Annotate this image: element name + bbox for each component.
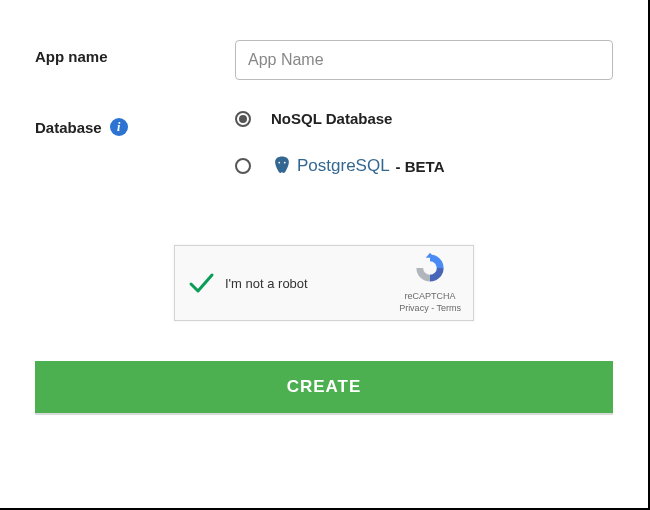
recaptcha-logo-icon bbox=[413, 251, 447, 285]
create-button[interactable]: CREATE bbox=[35, 361, 613, 413]
app-name-input[interactable] bbox=[235, 40, 613, 80]
database-option-nosql[interactable]: NoSQL Database bbox=[235, 110, 613, 127]
database-label: Database bbox=[35, 119, 102, 136]
radio-icon-selected bbox=[235, 111, 251, 127]
database-option-postgres[interactable]: PostgreSQL - BETA bbox=[235, 155, 613, 177]
recaptcha-terms-link[interactable]: Terms bbox=[437, 303, 462, 313]
svg-point-1 bbox=[284, 162, 286, 164]
recaptcha-brand: reCAPTCHA bbox=[399, 291, 461, 303]
app-name-row: App name bbox=[35, 40, 613, 80]
create-app-form: App name Database i NoSQL Database bbox=[0, 0, 650, 510]
recaptcha-text: I'm not a robot bbox=[225, 276, 399, 291]
postgresql-logo-icon bbox=[271, 155, 293, 177]
recaptcha-checkmark-icon bbox=[187, 269, 215, 297]
nosql-label: NoSQL Database bbox=[271, 110, 392, 127]
recaptcha-branding: reCAPTCHA Privacy - Terms bbox=[399, 251, 461, 314]
postgres-label: PostgreSQL - BETA bbox=[271, 155, 445, 177]
recaptcha-privacy-link[interactable]: Privacy bbox=[399, 303, 429, 313]
database-label-wrap: Database i bbox=[35, 110, 235, 136]
svg-point-0 bbox=[278, 162, 280, 164]
postgres-brand: PostgreSQL bbox=[297, 156, 390, 176]
app-name-label: App name bbox=[35, 40, 235, 65]
info-icon[interactable]: i bbox=[110, 118, 128, 136]
recaptcha-widget[interactable]: I'm not a robot reCAPTCHA Privacy - Term… bbox=[174, 245, 474, 321]
database-row: Database i NoSQL Database PostgreSQL - B… bbox=[35, 110, 613, 205]
database-options: NoSQL Database PostgreSQL - BETA bbox=[235, 110, 613, 205]
radio-icon-unselected bbox=[235, 158, 251, 174]
postgres-beta-suffix: - BETA bbox=[396, 158, 445, 175]
